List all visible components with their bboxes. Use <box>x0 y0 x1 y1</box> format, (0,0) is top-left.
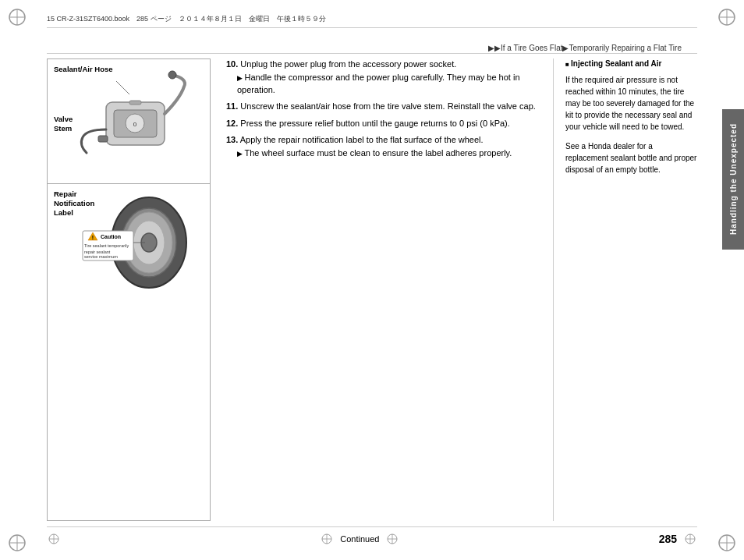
text-column: 10. Unplug the power plug from the acces… <box>211 58 553 521</box>
crosshair-footer-right <box>683 532 697 546</box>
svg-text:Tire sealant temporarily: Tire sealant temporarily <box>84 243 129 248</box>
right-sidebar: Injecting Sealant and Air If the require… <box>553 58 697 521</box>
image-column: Sealant/Air Hose Valve Stem 0 <box>47 58 211 521</box>
step-13-sub: The wheel surface must be clean to ensur… <box>226 147 545 159</box>
header-divider <box>47 53 697 54</box>
steps-section: 10. Unplug the power plug from the acces… <box>226 58 545 160</box>
chapter-tab: Handling the Unexpected <box>722 109 744 250</box>
valve-label: Valve Stem <box>54 114 73 133</box>
sidebar-para1: If the required air pressure is not reac… <box>565 74 697 133</box>
chapter-label: Handling the Unexpected <box>729 123 738 235</box>
crosshair-footer-center <box>320 532 334 546</box>
crosshair-footer-left <box>47 532 61 546</box>
step-11: 11. Unscrew the sealant/air hose from th… <box>226 101 545 112</box>
page-number: 285 <box>659 533 677 545</box>
svg-text:service maximum: service maximum <box>84 254 118 259</box>
svg-point-16 <box>168 71 176 79</box>
continued-label: Continued <box>340 534 379 544</box>
sidebar-title: Injecting Sealant and Air <box>565 58 697 69</box>
file-info: 15 CR-Z-31SZT6400.book 285 ページ ２０１４年８月１日… <box>47 14 697 24</box>
corner-bottom-left <box>6 532 28 554</box>
sidebar-para2: See a Honda dealer for a replacement sea… <box>565 140 697 175</box>
svg-line-19 <box>116 81 129 94</box>
step-12: 12. Press the pressure relief button unt… <box>226 118 545 129</box>
svg-rect-18 <box>129 101 141 105</box>
repair-label-image-box: Repair Notification Label ! <box>48 184 210 301</box>
svg-text:0: 0 <box>133 121 137 128</box>
crosshair-footer-center2 <box>385 532 399 546</box>
step-10-sub: Handle the compressor and the power plug… <box>226 72 545 96</box>
top-header: 15 CR-Z-31SZT6400.book 285 ページ ２０１４年８月１日… <box>47 14 697 28</box>
svg-rect-17 <box>98 136 108 142</box>
step-13: 13. Apply the repair notification label … <box>226 134 545 160</box>
footer: Continued 285 <box>47 526 697 546</box>
step-10: 10. Unplug the power plug from the acces… <box>226 58 545 96</box>
sealant-illustration: 0 <box>71 67 196 176</box>
main-content: Sealant/Air Hose Valve Stem 0 <box>47 58 697 521</box>
svg-text:Caution: Caution <box>101 234 121 239</box>
svg-text:!: ! <box>92 235 94 240</box>
corner-top-right <box>716 6 738 28</box>
corner-top-left <box>6 6 28 28</box>
tire-illustration: ! Caution Tire sealant temporarily repai… <box>63 192 192 293</box>
breadcrumb: ▶▶If a Tire Goes Flat▶Temporarily Repair… <box>488 44 682 52</box>
corner-bottom-right <box>716 532 738 554</box>
sealant-image-box: Sealant/Air Hose Valve Stem 0 <box>48 59 210 184</box>
